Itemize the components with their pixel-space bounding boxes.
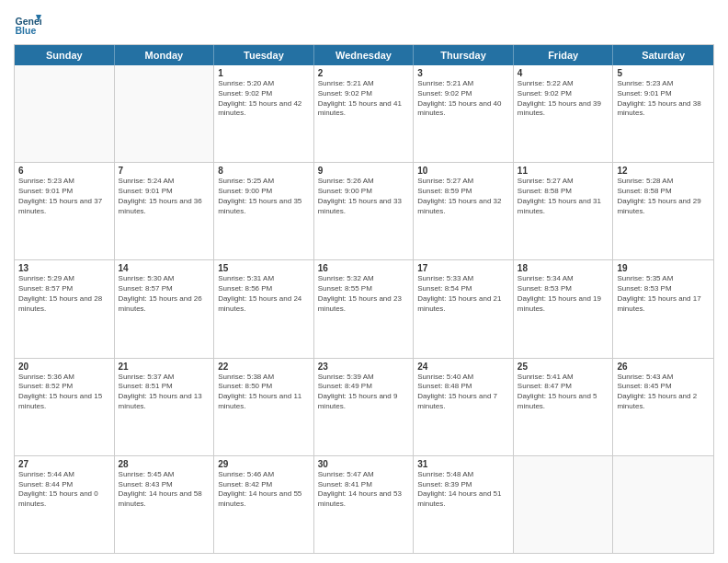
cell-date: 14	[119, 263, 210, 273]
cell-date: 8	[218, 166, 310, 176]
cell-info: Sunrise: 5:21 AM Sunset: 9:02 PM Dayligh…	[417, 79, 509, 119]
calendar-cell: 23Sunrise: 5:39 AM Sunset: 8:49 PM Dayli…	[314, 359, 415, 455]
cell-info: Sunrise: 5:41 AM Sunset: 8:47 PM Dayligh…	[518, 373, 609, 412]
cell-date: 31	[417, 459, 509, 469]
cell-info: Sunrise: 5:31 AM Sunset: 8:56 PM Dayligh…	[218, 274, 310, 314]
cell-date: 11	[518, 166, 609, 176]
svg-text:Blue: Blue	[16, 25, 37, 36]
cell-date: 5	[617, 68, 710, 78]
cell-date: 7	[119, 166, 210, 176]
calendar-cell: 17Sunrise: 5:33 AM Sunset: 8:54 PM Dayli…	[414, 260, 514, 357]
cell-info: Sunrise: 5:45 AM Sunset: 8:43 PM Dayligh…	[119, 470, 210, 510]
cell-info: Sunrise: 5:27 AM Sunset: 8:58 PM Dayligh…	[518, 177, 609, 216]
cell-date: 17	[417, 263, 509, 273]
cell-date: 28	[119, 459, 210, 469]
calendar-body: 1Sunrise: 5:20 AM Sunset: 9:02 PM Daylig…	[15, 65, 713, 553]
calendar-cell: 13Sunrise: 5:29 AM Sunset: 8:57 PM Dayli…	[15, 260, 115, 357]
calendar-row: 6Sunrise: 5:23 AM Sunset: 9:01 PM Daylig…	[15, 163, 713, 260]
cell-info: Sunrise: 5:29 AM Sunset: 8:57 PM Dayligh…	[18, 274, 110, 314]
page-header: General Blue	[14, 9, 714, 37]
cell-info: Sunrise: 5:23 AM Sunset: 9:01 PM Dayligh…	[18, 177, 110, 216]
cell-date: 30	[318, 459, 410, 469]
cell-info: Sunrise: 5:40 AM Sunset: 8:48 PM Dayligh…	[417, 373, 509, 412]
cell-date: 4	[518, 68, 609, 78]
cell-date: 12	[617, 166, 710, 176]
cell-info: Sunrise: 5:48 AM Sunset: 8:39 PM Dayligh…	[417, 470, 509, 510]
calendar-cell: 2Sunrise: 5:21 AM Sunset: 9:02 PM Daylig…	[314, 65, 415, 162]
calendar-cell: 25Sunrise: 5:41 AM Sunset: 8:47 PM Dayli…	[514, 359, 614, 455]
cell-date: 13	[18, 263, 110, 273]
cell-date: 29	[218, 459, 310, 469]
cell-info: Sunrise: 5:35 AM Sunset: 8:53 PM Dayligh…	[617, 274, 710, 314]
cell-info: Sunrise: 5:23 AM Sunset: 9:01 PM Dayligh…	[617, 79, 710, 119]
day-header-friday: Friday	[514, 45, 614, 65]
day-header-sunday: Sunday	[15, 45, 115, 65]
cell-date: 3	[417, 68, 509, 78]
calendar-header: SundayMondayTuesdayWednesdayThursdayFrid…	[15, 45, 713, 65]
calendar-cell: 4Sunrise: 5:22 AM Sunset: 9:02 PM Daylig…	[514, 65, 614, 162]
calendar-cell: 20Sunrise: 5:36 AM Sunset: 8:52 PM Dayli…	[15, 359, 115, 455]
calendar-cell: 3Sunrise: 5:21 AM Sunset: 9:02 PM Daylig…	[414, 65, 514, 162]
calendar-cell: 8Sunrise: 5:25 AM Sunset: 9:00 PM Daylig…	[214, 163, 314, 259]
calendar-cell: 10Sunrise: 5:27 AM Sunset: 8:59 PM Dayli…	[414, 163, 514, 259]
cell-date: 21	[119, 362, 210, 372]
calendar-cell: 14Sunrise: 5:30 AM Sunset: 8:57 PM Dayli…	[115, 260, 215, 357]
day-header-tuesday: Tuesday	[214, 45, 314, 65]
calendar-cell	[115, 65, 215, 162]
calendar-cell: 30Sunrise: 5:47 AM Sunset: 8:41 PM Dayli…	[314, 456, 415, 553]
day-header-wednesday: Wednesday	[314, 45, 415, 65]
day-header-saturday: Saturday	[613, 45, 713, 65]
calendar-cell: 29Sunrise: 5:46 AM Sunset: 8:42 PM Dayli…	[214, 456, 314, 553]
calendar-cell: 31Sunrise: 5:48 AM Sunset: 8:39 PM Dayli…	[414, 456, 514, 553]
calendar-cell: 9Sunrise: 5:26 AM Sunset: 9:00 PM Daylig…	[314, 163, 415, 259]
calendar-cell: 5Sunrise: 5:23 AM Sunset: 9:01 PM Daylig…	[613, 65, 713, 162]
cell-date: 10	[417, 166, 509, 176]
cell-date: 27	[18, 459, 110, 469]
calendar-cell: 28Sunrise: 5:45 AM Sunset: 8:43 PM Dayli…	[115, 456, 215, 553]
calendar-row: 20Sunrise: 5:36 AM Sunset: 8:52 PM Dayli…	[15, 359, 713, 456]
calendar: SundayMondayTuesdayWednesdayThursdayFrid…	[14, 44, 714, 554]
cell-date: 23	[318, 362, 410, 372]
cell-info: Sunrise: 5:21 AM Sunset: 9:02 PM Dayligh…	[318, 79, 410, 119]
cell-info: Sunrise: 5:27 AM Sunset: 8:59 PM Dayligh…	[417, 177, 509, 216]
cell-info: Sunrise: 5:37 AM Sunset: 8:51 PM Dayligh…	[119, 373, 210, 412]
calendar-cell: 15Sunrise: 5:31 AM Sunset: 8:56 PM Dayli…	[214, 260, 314, 357]
cell-date: 6	[18, 166, 110, 176]
cell-date: 2	[318, 68, 410, 78]
cell-info: Sunrise: 5:32 AM Sunset: 8:55 PM Dayligh…	[318, 274, 410, 314]
cell-date: 1	[218, 68, 310, 78]
cell-date: 18	[518, 263, 609, 273]
logo: General Blue	[14, 9, 41, 37]
calendar-cell: 16Sunrise: 5:32 AM Sunset: 8:55 PM Dayli…	[314, 260, 415, 357]
calendar-cell	[15, 65, 115, 162]
calendar-cell: 6Sunrise: 5:23 AM Sunset: 9:01 PM Daylig…	[15, 163, 115, 259]
calendar-cell: 12Sunrise: 5:28 AM Sunset: 8:58 PM Dayli…	[613, 163, 713, 259]
calendar-cell: 24Sunrise: 5:40 AM Sunset: 8:48 PM Dayli…	[414, 359, 514, 455]
calendar-row: 13Sunrise: 5:29 AM Sunset: 8:57 PM Dayli…	[15, 260, 713, 358]
cell-info: Sunrise: 5:28 AM Sunset: 8:58 PM Dayligh…	[617, 177, 710, 216]
logo-icon: General Blue	[14, 9, 41, 37]
calendar-cell: 7Sunrise: 5:24 AM Sunset: 9:01 PM Daylig…	[115, 163, 215, 259]
cell-info: Sunrise: 5:46 AM Sunset: 8:42 PM Dayligh…	[218, 470, 310, 510]
calendar-cell: 26Sunrise: 5:43 AM Sunset: 8:45 PM Dayli…	[613, 359, 713, 455]
cell-date: 16	[318, 263, 410, 273]
cell-info: Sunrise: 5:22 AM Sunset: 9:02 PM Dayligh…	[518, 79, 609, 119]
cell-date: 9	[318, 166, 410, 176]
day-header-thursday: Thursday	[414, 45, 514, 65]
cell-info: Sunrise: 5:36 AM Sunset: 8:52 PM Dayligh…	[18, 373, 110, 412]
cell-date: 22	[218, 362, 310, 372]
cell-date: 20	[18, 362, 110, 372]
cell-date: 15	[218, 263, 310, 273]
calendar-cell: 21Sunrise: 5:37 AM Sunset: 8:51 PM Dayli…	[115, 359, 215, 455]
cell-info: Sunrise: 5:33 AM Sunset: 8:54 PM Dayligh…	[417, 274, 509, 314]
cell-date: 19	[617, 263, 710, 273]
calendar-cell: 1Sunrise: 5:20 AM Sunset: 9:02 PM Daylig…	[214, 65, 314, 162]
cell-info: Sunrise: 5:43 AM Sunset: 8:45 PM Dayligh…	[617, 373, 710, 412]
cell-date: 26	[617, 362, 710, 372]
cell-info: Sunrise: 5:44 AM Sunset: 8:44 PM Dayligh…	[18, 470, 110, 510]
day-header-monday: Monday	[115, 45, 215, 65]
calendar-row: 1Sunrise: 5:20 AM Sunset: 9:02 PM Daylig…	[15, 65, 713, 163]
calendar-cell: 11Sunrise: 5:27 AM Sunset: 8:58 PM Dayli…	[514, 163, 614, 259]
calendar-cell: 22Sunrise: 5:38 AM Sunset: 8:50 PM Dayli…	[214, 359, 314, 455]
calendar-cell: 27Sunrise: 5:44 AM Sunset: 8:44 PM Dayli…	[15, 456, 115, 553]
